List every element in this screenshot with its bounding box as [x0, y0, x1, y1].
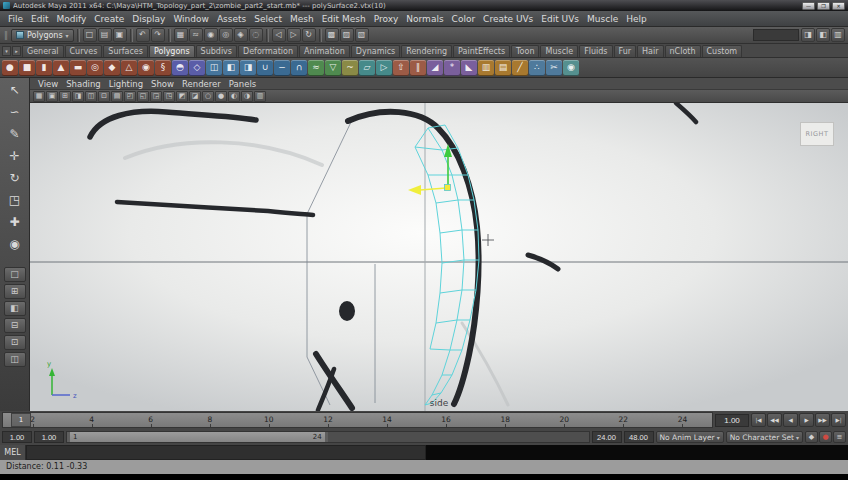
lock-camera-icon[interactable]: ▣ — [46, 91, 58, 102]
boolean-intersection-icon[interactable]: ∩ — [291, 60, 307, 76]
play-forwards-button[interactable]: ▶ — [799, 413, 814, 427]
image-plane-icon[interactable]: ◫ — [85, 91, 97, 102]
soft-modification-tool[interactable]: ◉ — [3, 234, 27, 255]
field-chart-icon[interactable]: ◳ — [163, 91, 175, 102]
four-pane-layout-button[interactable]: ⊞ — [4, 284, 26, 299]
new-scene-icon[interactable]: □ — [83, 28, 97, 42]
menu-select[interactable]: Select — [250, 14, 286, 24]
menu-display[interactable]: Display — [128, 14, 169, 24]
menu-assets[interactable]: Assets — [213, 14, 250, 24]
snap-to-curve-icon[interactable]: ≈ — [189, 28, 203, 42]
snap-to-point-icon[interactable]: ◉ — [204, 28, 218, 42]
menu-help[interactable]: Help — [622, 14, 651, 24]
hypershade-persp-layout-button[interactable]: ◫ — [4, 352, 26, 367]
output-connections-icon[interactable]: ▷ — [287, 28, 301, 42]
shelf-tab-curves[interactable]: Curves — [65, 45, 103, 57]
interactive-split-icon[interactable]: ✂ — [546, 60, 562, 76]
select-camera-icon[interactable]: ▦ — [33, 91, 45, 102]
persp-outliner-layout-button[interactable]: ◧ — [4, 301, 26, 316]
safe-action-icon[interactable]: ◩ — [176, 91, 188, 102]
current-frame-indicator[interactable]: 1 — [11, 413, 31, 427]
open-scene-icon[interactable]: ▤ — [98, 28, 112, 42]
quick-selection-field[interactable] — [753, 29, 799, 41]
shelf-tab-menu-button[interactable]: ▸ — [12, 46, 21, 56]
sculpt-geometry-icon[interactable]: ◉ — [563, 60, 579, 76]
platonic-solid-icon[interactable]: ◇ — [189, 60, 205, 76]
shelf-tab-painteffects[interactable]: PaintEffects — [453, 45, 510, 57]
current-time-field[interactable] — [715, 414, 749, 427]
use-all-lights-icon[interactable]: ◑ — [241, 91, 253, 102]
playback-start-field[interactable] — [34, 431, 64, 443]
lasso-select-tool[interactable]: ∽ — [3, 102, 27, 123]
command-line-mode-toggle[interactable]: MEL — [0, 445, 26, 460]
step-forward-key-button[interactable]: ▶▶ — [815, 413, 830, 427]
textured-mode-icon[interactable]: ◐ — [228, 91, 240, 102]
snap-to-projected-center-icon[interactable]: ◎ — [219, 28, 233, 42]
menu-color[interactable]: Color — [448, 14, 480, 24]
bridge-icon[interactable]: ∥ — [410, 60, 426, 76]
redo-icon[interactable]: ↷ — [151, 28, 165, 42]
select-tool[interactable]: ↖ — [3, 80, 27, 101]
wireframe-mode-icon[interactable]: ○ — [202, 91, 214, 102]
rotate-tool[interactable]: ↻ — [3, 168, 27, 189]
playback-range-bar[interactable]: 1 24 — [67, 432, 328, 442]
split-polygon-icon[interactable]: ╱ — [512, 60, 528, 76]
shelf-tab-hair[interactable]: Hair — [637, 45, 663, 57]
render-current-frame-icon[interactable]: ▩ — [325, 28, 339, 42]
channel-box-toggle[interactable]: ▥ — [831, 28, 845, 42]
window-titlebar[interactable]: Autodesk Maya 2011 x64: C:\Maya\HTM_Topo… — [0, 0, 848, 11]
menu-file[interactable]: File — [4, 14, 27, 24]
menu-create-uvs[interactable]: Create UVs — [479, 14, 537, 24]
shelf-tab-custom[interactable]: Custom — [702, 45, 743, 57]
maximize-button[interactable]: ❐ — [817, 2, 830, 10]
grid-toggle-icon[interactable]: ▤ — [111, 91, 123, 102]
menu-muscle[interactable]: Muscle — [583, 14, 622, 24]
statusline-grip[interactable]: ‖ — [3, 31, 9, 40]
paint-select-tool[interactable]: ✎ — [3, 124, 27, 145]
menu-edit-uvs[interactable]: Edit UVs — [537, 14, 583, 24]
extract-icon[interactable]: ◨ — [240, 60, 256, 76]
panel-menu-panels[interactable]: Panels — [225, 79, 260, 89]
snap-to-view-plane-icon[interactable]: ◈ — [234, 28, 248, 42]
command-line-input[interactable] — [26, 445, 426, 460]
auto-keyframe-icon[interactable]: ● — [819, 431, 832, 443]
tool-settings-toggle[interactable]: ◧ — [816, 28, 830, 42]
shelf-tab-polygons[interactable]: Polygons — [149, 45, 195, 57]
make-live-icon[interactable]: ◌ — [249, 28, 263, 42]
extrude-icon[interactable]: ⇧ — [393, 60, 409, 76]
append-polygon-icon[interactable]: ▷ — [376, 60, 392, 76]
menu-proxy[interactable]: Proxy — [370, 14, 403, 24]
poke-icon[interactable]: * — [444, 60, 460, 76]
poly-prism-icon[interactable]: ◆ — [104, 60, 120, 76]
shelf-menu-button[interactable]: ▾ — [2, 46, 11, 56]
undo-icon[interactable]: ↶ — [136, 28, 150, 42]
go-to-start-button[interactable]: |◀ — [751, 413, 766, 427]
menu-modify[interactable]: Modify — [53, 14, 91, 24]
poly-soccer-ball-icon[interactable]: ◓ — [172, 60, 188, 76]
shaded-mode-icon[interactable]: ● — [215, 91, 227, 102]
camera-attributes-icon[interactable]: ⊞ — [59, 91, 71, 102]
two-pane-stacked-layout-button[interactable]: ⊟ — [4, 318, 26, 333]
shelf-tab-subdivs[interactable]: Subdivs — [196, 45, 237, 57]
shelf-tab-fluids[interactable]: Fluids — [579, 45, 612, 57]
offset-edge-loop-icon[interactable]: ▤ — [495, 60, 511, 76]
attribute-editor-toggle[interactable]: ◨ — [801, 28, 815, 42]
boolean-difference-icon[interactable]: − — [274, 60, 290, 76]
shelf-tab-ncloth[interactable]: nCloth — [665, 45, 701, 57]
render-settings-icon[interactable]: ▧ — [355, 28, 369, 42]
construction-history-icon[interactable]: ↻ — [302, 28, 316, 42]
animation-start-field[interactable] — [2, 431, 32, 443]
single-pane-layout-button[interactable]: □ — [4, 267, 26, 282]
shelf-tab-toon[interactable]: Toon — [511, 45, 539, 57]
go-to-end-button[interactable]: ▶| — [831, 413, 846, 427]
create-polygon-icon[interactable]: ▱ — [359, 60, 375, 76]
menu-create[interactable]: Create — [90, 14, 128, 24]
shelf-tab-rendering[interactable]: Rendering — [401, 45, 452, 57]
scale-tool[interactable]: ◳ — [3, 190, 27, 211]
resolution-gate-icon[interactable]: ◱ — [137, 91, 149, 102]
poly-cone-icon[interactable]: ▲ — [53, 60, 69, 76]
shelf-tab-surfaces[interactable]: Surfaces — [103, 45, 148, 57]
poly-sphere-icon[interactable]: ● — [2, 60, 18, 76]
xray-mode-icon[interactable]: ▥ — [254, 91, 266, 102]
menu-edit[interactable]: Edit — [27, 14, 52, 24]
